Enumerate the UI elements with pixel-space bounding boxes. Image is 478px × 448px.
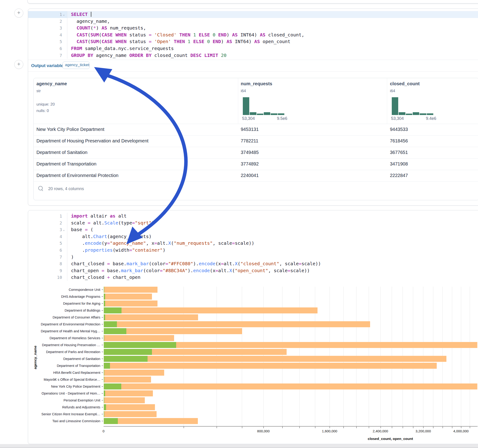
y-axis-title: agency_name — [33, 346, 37, 369]
code-line[interactable]: 2scale = alt.Scale(type="sqrt") — [28, 220, 478, 227]
category-label: Department for the Aging — [28, 302, 100, 305]
output-variable-label: Output variable: — [31, 63, 65, 68]
line-gutter[interactable]: 4 — [28, 233, 67, 240]
sql-editor[interactable]: 1⌄SELECT 2 agency_name,3 COUNT(*) AS num… — [28, 11, 478, 59]
y-axis-tick — [102, 407, 103, 407]
line-gutter[interactable]: 7 — [28, 254, 67, 261]
x-axis-minor-tick — [392, 427, 392, 428]
code-line[interactable]: 6FROM sample_data.nyc.service_requests — [28, 45, 478, 52]
open_count-bar — [104, 404, 106, 410]
table-header-border — [34, 124, 478, 124]
line-gutter[interactable]: 3 — [28, 25, 67, 31]
code-line[interactable]: 8chart_closed = base.mark_bar(color="#FF… — [28, 260, 478, 267]
row-separator — [34, 181, 478, 182]
line-gutter[interactable]: 10 — [28, 274, 67, 281]
code-line[interactable]: 3⌄base = ( — [28, 226, 478, 233]
category-label: Department of Environmental Protection — [28, 322, 100, 326]
category-label: Correspondence Unit — [28, 288, 100, 292]
line-gutter[interactable]: 6 — [28, 45, 67, 52]
notebook-page: + + 1⌄SELECT 2 agency_name,3 COUNT(*) AS… — [0, 0, 478, 448]
line-gutter[interactable]: 2 — [28, 18, 67, 25]
histogram-bar — [420, 113, 426, 115]
table-cell: 3677651 — [390, 150, 408, 155]
line-gutter[interactable]: 5 — [28, 240, 67, 247]
closed_count-bar — [104, 363, 437, 369]
y-axis-tick — [102, 296, 103, 297]
column-header-agency_name[interactable]: agency_name — [37, 81, 67, 87]
line-gutter[interactable]: 2 — [28, 220, 67, 227]
category-label: Department of Transportation — [28, 364, 100, 367]
open_count-bar — [104, 363, 110, 369]
dataframe-preview-table: 20 rows, 4 columns agency_namestrunique:… — [33, 78, 478, 200]
column-header-num_requests[interactable]: num_requests — [241, 81, 272, 87]
open_count-bar — [104, 294, 105, 300]
open_count-bar — [104, 370, 104, 376]
table-cell: Department of Housing Preservation and D… — [37, 138, 149, 143]
y-axis-tick — [102, 386, 103, 387]
table-cell: New York City Police Department — [37, 127, 104, 132]
code-line[interactable]: 4 CAST(SUM(CASE WHEN status = 'Closed' T… — [28, 31, 478, 38]
histogram-bar — [427, 113, 433, 115]
add-cell-button-top[interactable]: + — [14, 8, 23, 18]
line-gutter[interactable]: 9 — [28, 267, 67, 274]
code-line[interactable]: 7GROUP BY agency_name ORDER BY closed_co… — [28, 52, 478, 59]
code-line[interactable]: 1import altair as alt — [28, 213, 478, 220]
code-line[interactable]: 7) — [28, 254, 478, 261]
line-gutter[interactable]: 4 — [28, 31, 67, 38]
code-line[interactable]: 4 alt.Chart(agency_tickets) — [28, 233, 478, 240]
line-gutter[interactable]: 1 — [28, 213, 67, 220]
fold-chevron-icon[interactable]: ⌄ — [62, 226, 66, 233]
open_count-bar — [104, 342, 176, 348]
open_count-bar — [104, 418, 118, 424]
y-axis-tick — [102, 338, 103, 338]
column-type: str — [37, 89, 41, 93]
line-number: 10 — [57, 274, 62, 281]
code-line[interactable]: 2 agency_name, — [28, 18, 478, 25]
column-stat: unique: 20 — [37, 102, 55, 107]
table-cell: 9443533 — [390, 127, 408, 132]
gridline — [461, 287, 461, 426]
code-line[interactable]: 9chart_open = base.mark_bar(color="#8BC3… — [28, 267, 478, 274]
line-number: 9 — [59, 267, 62, 274]
line-gutter[interactable]: 6 — [28, 247, 67, 254]
open_count-bar — [104, 287, 104, 293]
code-text: .properties(width="container") — [67, 247, 165, 254]
category-label: Senior Citizen Rent Increase Exempti… — [28, 412, 100, 416]
x-axis-title: closed_count, open_count — [368, 437, 413, 441]
y-axis-tick — [102, 331, 103, 331]
code-line[interactable]: 5 CAST(SUM(CASE WHEN status = 'Open' THE… — [28, 38, 478, 45]
x-axis-tick-label: 2,400,000 — [373, 429, 388, 433]
x-axis-line — [104, 426, 478, 427]
code-line[interactable]: 6 .properties(width="container") — [28, 247, 478, 254]
line-gutter[interactable]: 3⌄ — [28, 226, 67, 233]
y-axis-tick — [102, 317, 103, 317]
line-gutter[interactable]: 1⌄ — [28, 11, 67, 18]
line-gutter[interactable]: 5 — [28, 38, 67, 45]
open_count-bar — [104, 314, 105, 320]
closed_count-bar — [104, 397, 145, 403]
add-cell-button-output[interactable]: + — [14, 60, 23, 69]
code-line[interactable]: 3 COUNT(*) AS num_requests, — [28, 25, 478, 31]
line-gutter[interactable]: 8 — [28, 260, 67, 267]
y-axis-tick — [102, 414, 103, 414]
output-variable-pill[interactable]: agency_tickets — [63, 62, 90, 69]
code-line[interactable]: 5 .encode(y="agency_name", x=alt.X("num_… — [28, 240, 478, 247]
row-separator — [34, 147, 478, 147]
python-editor[interactable]: 1import altair as alt2scale = alt.Scale(… — [28, 213, 478, 281]
histogram-axis-labels: 53,3049.4e6 — [391, 116, 436, 121]
x-axis-minor-tick — [452, 427, 453, 428]
column-header-closed_count[interactable]: closed_count — [390, 81, 420, 87]
open_count-bar — [104, 300, 105, 306]
closed_count-bar — [104, 356, 447, 362]
code-text: import altair as alt — [67, 213, 126, 220]
search-icon[interactable] — [38, 186, 44, 192]
code-line[interactable]: 1⌄SELECT — [28, 11, 478, 18]
x-axis-tick-label: 4,000,000 — [453, 429, 469, 433]
code-line[interactable]: 10chart_closed + chart_open — [28, 274, 478, 281]
code-text: FROM sample_data.nyc.service_requests — [67, 45, 174, 52]
line-gutter[interactable]: 7 — [28, 52, 67, 59]
fold-chevron-icon[interactable]: ⌄ — [62, 11, 66, 18]
closed_count-bar — [104, 404, 155, 410]
x-axis-minor-tick — [329, 427, 330, 428]
y-axis-tick — [102, 345, 103, 345]
